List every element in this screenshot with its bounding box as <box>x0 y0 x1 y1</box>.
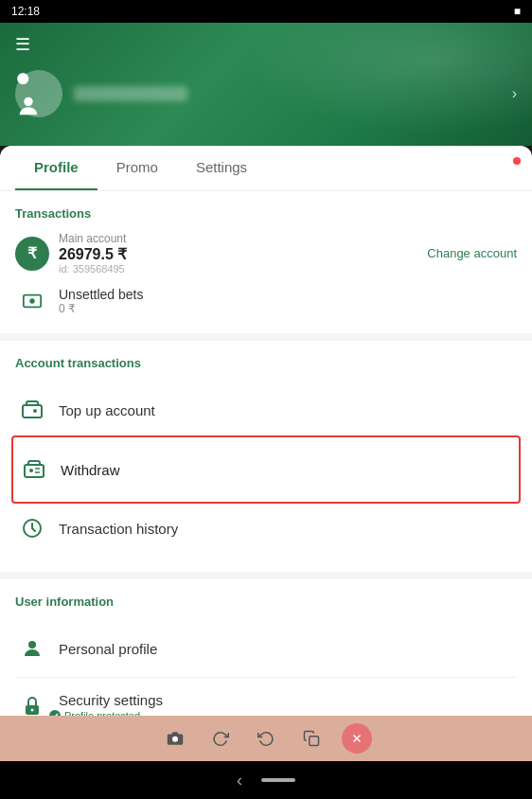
security-settings-label: Security settings <box>59 692 163 708</box>
account-transactions-section: Account transactions Top up account <box>0 341 532 572</box>
hero-section: ☰ ● › <box>0 23 532 146</box>
transactions-section: Transactions ₹ Main account 26979.5 ₹ id… <box>0 191 532 333</box>
top-up-label: Top up account <box>59 402 155 418</box>
unsettled-info: Unsettled bets 0 ₹ <box>59 287 144 315</box>
unsettled-label: Unsettled bets <box>59 287 144 302</box>
account-label: Main account <box>59 232 427 245</box>
user-name-blurred <box>74 86 187 101</box>
navigation-bar: ‹ <box>0 761 532 799</box>
tab-profile[interactable]: Profile <box>15 146 98 190</box>
user-information-section: User information Personal profile Securi… <box>0 579 532 716</box>
unsettled-amount: 0 ₹ <box>59 302 144 315</box>
history-icon <box>15 511 49 545</box>
withdraw-label: Withdraw <box>61 462 120 478</box>
bottom-toolbar <box>0 716 532 761</box>
avatar-svg <box>15 93 42 119</box>
battery-icon: ■ <box>514 5 521 18</box>
tab-promo[interactable]: Promo <box>98 146 177 190</box>
tabs-row: Profile Promo Settings <box>0 146 532 191</box>
top-up-item[interactable]: Top up account <box>15 382 517 439</box>
svg-point-13 <box>172 737 178 742</box>
transaction-history-item[interactable]: Transaction history <box>15 500 517 557</box>
withdraw-item[interactable]: Withdraw <box>11 435 521 504</box>
user-icon: ● <box>15 62 62 126</box>
svg-rect-14 <box>310 737 319 746</box>
user-info-title: User information <box>15 595 517 609</box>
notification-dot <box>513 157 521 165</box>
svg-rect-5 <box>25 465 44 477</box>
transaction-history-label: Transaction history <box>59 521 178 537</box>
tab-settings[interactable]: Settings <box>177 146 266 190</box>
hamburger-icon[interactable]: ☰ <box>15 34 30 55</box>
main-account-row[interactable]: ₹ Main account 26979.5 ₹ id: 359568495 C… <box>15 232 517 275</box>
personal-profile-item[interactable]: Personal profile <box>15 620 517 678</box>
topup-icon <box>15 393 49 427</box>
security-settings-item[interactable]: Security settings Profile protected <box>15 678 517 716</box>
svg-point-10 <box>31 709 34 712</box>
unsettled-row: Unsettled bets 0 ₹ <box>15 284 517 318</box>
profile-chevron-icon[interactable]: › <box>512 85 517 102</box>
change-account-button[interactable]: Change account <box>427 246 517 260</box>
main-content: Profile Promo Settings Transactions ₹ Ma… <box>0 146 532 716</box>
close-button[interactable] <box>342 723 372 754</box>
back-button[interactable]: ‹ <box>237 771 242 790</box>
avatar[interactable]: ● <box>15 70 62 117</box>
camera-button[interactable] <box>160 723 190 754</box>
svg-point-4 <box>33 409 37 413</box>
account-transactions-title: Account transactions <box>15 356 517 370</box>
account-info: Main account 26979.5 ₹ id: 359568495 <box>59 232 427 275</box>
account-id: id: 359568495 <box>59 263 427 275</box>
svg-point-2 <box>29 298 35 304</box>
svg-point-0 <box>24 97 32 105</box>
lock-icon <box>15 689 49 716</box>
copy-button[interactable] <box>296 723 327 754</box>
security-info: Security settings Profile protected <box>49 692 163 717</box>
transactions-title: Transactions <box>15 206 517 221</box>
svg-rect-3 <box>23 405 42 417</box>
refresh-button[interactable] <box>205 723 236 754</box>
status-time: 12:18 <box>11 5 40 18</box>
rupee-icon: ₹ <box>15 237 49 271</box>
person-icon <box>15 631 49 666</box>
personal-profile-label: Personal profile <box>59 641 157 657</box>
unsettled-icon <box>15 284 49 318</box>
account-amount: 26979.5 ₹ <box>59 245 427 263</box>
home-indicator[interactable] <box>261 778 295 782</box>
status-bar: 12:18 ■ <box>0 0 532 23</box>
svg-point-6 <box>29 469 33 472</box>
withdraw-icon <box>17 453 51 487</box>
svg-point-8 <box>28 641 36 648</box>
undo-button[interactable] <box>251 723 281 754</box>
